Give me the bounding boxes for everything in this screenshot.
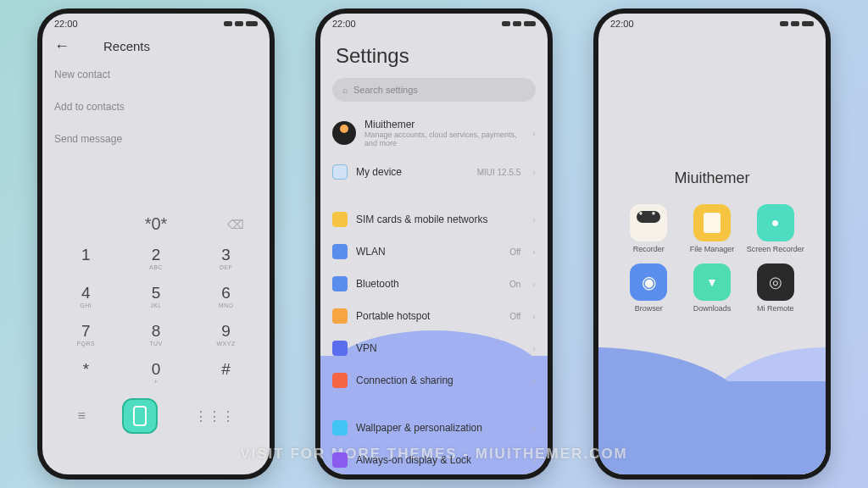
key-3[interactable]: 3DEF: [197, 241, 256, 275]
setting-value: Off: [509, 247, 520, 257]
account-row[interactable]: Miuithemer Manage accounts, cloud servic…: [332, 110, 536, 156]
folder-title: Miuithemer: [598, 169, 826, 187]
status-time: 22:00: [332, 19, 356, 29]
call-button[interactable]: [122, 398, 158, 434]
ic-filemgr-icon: [693, 204, 731, 241]
menu-new-contact[interactable]: New contact: [54, 58, 258, 91]
wallpaper-wave: [598, 347, 826, 474]
app-browser[interactable]: Browser: [619, 263, 679, 313]
search-input[interactable]: ⌕ Search settings: [332, 78, 536, 102]
ic-recorder-icon: [630, 204, 667, 241]
ic-downloads-icon: [693, 263, 731, 301]
setting-wallpaper-personalization[interactable]: Wallpaper & personalization›: [332, 412, 536, 444]
account-sub: Manage accounts, cloud services, payment…: [364, 130, 524, 147]
phone-dialer: 22:00 ← Recents New contact Add to conta…: [37, 8, 275, 480]
key-#[interactable]: #: [197, 355, 256, 390]
key-5[interactable]: 5JKL: [126, 279, 186, 313]
key-7[interactable]: 7PQRS: [56, 317, 115, 352]
status-bar: 22:00: [320, 14, 548, 34]
key-4[interactable]: 4GHI: [56, 279, 115, 313]
setting-value: On: [509, 280, 520, 289]
status-time: 22:00: [610, 19, 634, 29]
setting-value: Off: [509, 312, 520, 321]
app-screen-recorder[interactable]: Screen Recorder: [745, 204, 805, 253]
chevron-icon: ›: [532, 247, 536, 257]
settings-title: Settings: [320, 34, 548, 75]
setting-always-on-display-lock[interactable]: Always-on display & Lock›: [332, 444, 536, 474]
setting-sim-cards-mobile-networks[interactable]: SIM cards & mobile networks›: [332, 203, 536, 236]
chevron-icon: ›: [532, 167, 536, 177]
setting-mydevice[interactable]: My device MIUI 12.5.5 ›: [332, 156, 536, 188]
app-label: Browser: [619, 304, 679, 313]
status-time: 22:00: [54, 19, 78, 29]
setting-vpn[interactable]: VPN›: [332, 332, 536, 364]
setting-icon: [332, 341, 348, 356]
key-0[interactable]: 0+: [126, 355, 186, 390]
dialpad-icon[interactable]: ⋮⋮⋮: [194, 408, 235, 424]
chevron-icon: ›: [532, 128, 536, 138]
app-label: Mi Remote: [745, 304, 805, 313]
phone-settings: 22:00 Settings ⌕ Search settings Miuithe…: [315, 8, 553, 480]
chevron-icon: ›: [532, 214, 536, 225]
status-icons: [502, 21, 536, 26]
setting-label: SIM cards & mobile networks: [356, 214, 524, 225]
phone-home: 22:00 Miuithemer RecorderFile ManagerScr…: [593, 8, 831, 480]
setting-wlan[interactable]: WLANOff›: [332, 236, 536, 268]
app-grid: RecorderFile ManagerScreen RecorderBrows…: [598, 204, 826, 313]
key-1[interactable]: 1: [56, 241, 115, 275]
chevron-icon: ›: [532, 311, 536, 321]
chevron-icon: ›: [532, 343, 536, 353]
account-name: Miuithemer: [364, 119, 524, 130]
setting-icon: [332, 420, 348, 435]
setting-label: Always-on display & Lock: [356, 454, 524, 466]
key-*[interactable]: *: [56, 355, 115, 390]
search-placeholder: Search settings: [353, 85, 418, 95]
app-label: Recorder: [619, 245, 679, 253]
chevron-icon: ›: [532, 279, 536, 289]
app-label: Downloads: [682, 304, 743, 313]
chevron-icon: ›: [532, 423, 536, 433]
app-file-manager[interactable]: File Manager: [682, 204, 743, 253]
menu-icon[interactable]: ≡: [77, 408, 85, 424]
keypad: 12ABC3DEF4GHI5JKL6MNO7PQRS8TUV9WXYZ*0+#: [42, 234, 270, 390]
setting-label: VPN: [356, 342, 524, 354]
backspace-icon[interactable]: ⌫: [227, 218, 244, 231]
setting-icon: [332, 276, 348, 291]
context-menu: New contact Add to contacts Send message: [42, 58, 270, 155]
setting-icon: [332, 373, 348, 388]
key-9[interactable]: 9WXYZ: [197, 317, 256, 352]
menu-add-contacts[interactable]: Add to contacts: [54, 91, 258, 123]
ic-remote-icon: [757, 263, 794, 301]
app-downloads[interactable]: Downloads: [682, 263, 743, 313]
status-icons: [780, 21, 814, 26]
app-recorder[interactable]: Recorder: [619, 204, 679, 253]
dialed-number: *0*: [145, 214, 168, 233]
setting-label: Connection & sharing: [356, 374, 524, 386]
recents-title: Recents: [103, 39, 150, 53]
key-6[interactable]: 6MNO: [197, 279, 256, 313]
setting-bluetooth[interactable]: BluetoothOn›: [332, 268, 536, 300]
setting-portable-hotspot[interactable]: Portable hotspotOff›: [332, 300, 536, 332]
chevron-icon: ›: [532, 455, 536, 465]
key-2[interactable]: 2ABC: [126, 241, 186, 275]
setting-icon: [332, 308, 348, 324]
mydevice-value: MIUI 12.5.5: [477, 168, 521, 177]
setting-label: Bluetooth: [356, 278, 501, 290]
setting-icon: [332, 452, 348, 468]
ic-screenrec-icon: [757, 204, 794, 241]
setting-icon: [332, 244, 348, 259]
setting-connection-sharing[interactable]: Connection & sharing›: [332, 364, 536, 396]
setting-label: Portable hotspot: [356, 310, 501, 322]
setting-icon: [332, 212, 348, 227]
device-icon: [332, 164, 348, 180]
dial-display: *0* ⌫: [42, 214, 270, 234]
ic-browser-icon: [630, 263, 667, 301]
menu-send-message[interactable]: Send message: [54, 123, 258, 155]
back-icon[interactable]: ←: [54, 37, 70, 55]
search-icon: ⌕: [342, 85, 348, 95]
key-8[interactable]: 8TUV: [126, 317, 186, 352]
app-mi-remote[interactable]: Mi Remote: [745, 263, 805, 313]
setting-label: WLAN: [356, 246, 501, 258]
avatar: [332, 121, 356, 145]
status-bar: 22:00: [598, 14, 826, 34]
